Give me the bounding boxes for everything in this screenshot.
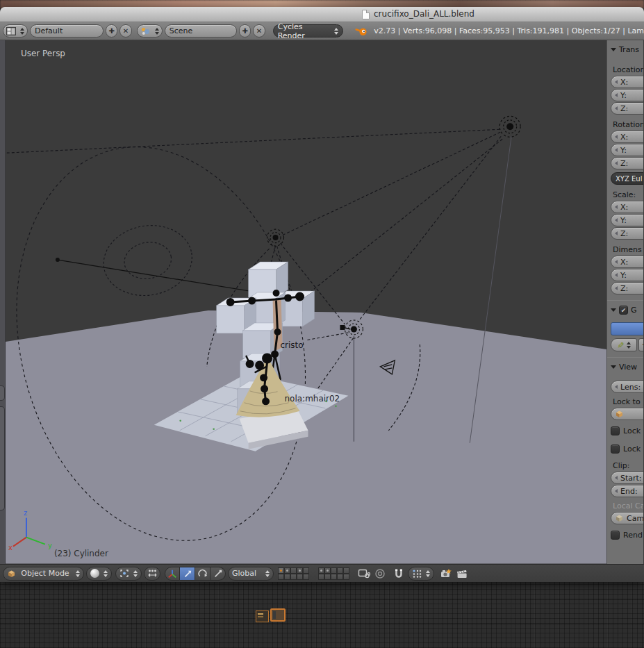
scene-lock-button[interactable] [357,567,371,581]
scale-manipulator-button[interactable] [210,567,226,581]
lock-cursor-row[interactable]: Lock [611,445,643,454]
layer-cell[interactable] [284,574,290,580]
local-camera-selector[interactable]: Cam [611,512,643,524]
layer-cell[interactable] [337,574,343,580]
decrement-arrow-icon[interactable] [615,260,618,264]
decrement-arrow-icon[interactable] [615,80,618,84]
lens-field[interactable]: Lens: [611,381,643,393]
add-layout-button[interactable]: ✚ [106,24,117,38]
manipulate-center-points-toggle[interactable] [144,567,160,581]
scale-y-field[interactable]: Y: [611,214,643,226]
decrement-arrow-icon[interactable] [615,148,618,152]
mode-dropdown[interactable]: Object Mode [3,567,84,581]
layers-group-2[interactable] [318,567,349,580]
layer-cell[interactable] [303,567,309,574]
layer-cell[interactable] [303,574,309,580]
layer-cell[interactable] [278,574,284,580]
render-engine-dropdown[interactable]: Cycles Render [273,24,343,38]
grease-pencil-checkbox[interactable] [619,306,628,315]
decrement-arrow-icon[interactable] [615,231,618,235]
decrement-arrow-icon[interactable] [615,135,618,139]
view-panel-header[interactable]: View [611,362,643,372]
grease-pencil-active-button[interactable]: S [611,322,643,335]
dimensions-z-field[interactable]: Z: [611,282,643,294]
add-scene-button[interactable]: ✚ [239,24,251,38]
opengl-render-button[interactable] [439,567,453,581]
lamp-middle[interactable] [267,229,284,246]
layer-cell[interactable] [324,567,331,574]
rotate-manipulator-button[interactable] [195,567,210,581]
desktop-thumbnail-icon[interactable] [256,610,269,622]
layers-group-1[interactable] [278,567,309,580]
decrement-arrow-icon[interactable] [615,205,618,209]
lamp-orbit-ellipse-mid[interactable] [98,219,197,303]
track-endpoint[interactable] [56,258,60,262]
layer-cell[interactable] [337,567,343,574]
grease-pencil-panel-header[interactable]: G [611,305,643,315]
decrement-arrow-icon[interactable] [615,385,618,389]
lock-checkbox[interactable] [611,426,620,435]
dimensions-x-field[interactable]: X: [611,256,643,268]
decrement-arrow-icon[interactable] [615,286,618,290]
layer-cell[interactable] [290,567,297,574]
orientation-dropdown[interactable]: Global [228,567,274,581]
lock-camera-row[interactable]: Lock [611,426,643,435]
new-datablock-button[interactable]: ✚ [638,338,643,351]
rotation-x-field[interactable]: X: [611,131,643,143]
lamp-orbit-ellipse-small[interactable] [122,239,174,283]
clip-start-field[interactable]: Start: [611,472,643,484]
desktop-thumbnail-icon-2[interactable] [270,608,286,622]
layer-cell[interactable] [343,567,349,574]
scene-selector[interactable] [137,24,163,38]
layer-cell[interactable] [284,567,290,574]
pivot-point-dropdown[interactable] [115,567,142,581]
layer-cell[interactable] [343,574,349,580]
layer-cell[interactable] [297,567,303,574]
translate-manipulator-button[interactable] [180,567,195,581]
screen-layout-field[interactable]: Default [30,24,104,38]
decrement-arrow-icon[interactable] [615,476,618,480]
rotation-z-field[interactable]: Z: [611,157,643,169]
layer-cell[interactable] [318,567,324,574]
transform-panel-header[interactable]: Trans [611,44,643,55]
window-titlebar[interactable]: crucifixo_Dali_ALL.blend [0,7,644,22]
close-scene-button[interactable]: ✕ [253,24,265,38]
clip-end-field[interactable]: End: [611,485,643,497]
location-x-field[interactable]: X: [611,76,643,88]
decrement-arrow-icon[interactable] [615,489,618,493]
render-border-checkbox[interactable] [611,531,620,540]
opengl-render-animation-button[interactable] [455,567,469,581]
snap-element-dropdown[interactable] [408,567,434,581]
decrement-arrow-icon[interactable] [615,218,618,222]
lock-object-selector[interactable] [611,408,643,420]
lamp-top-right[interactable] [499,116,520,137]
location-y-field[interactable]: Y: [611,89,643,101]
render-border-row[interactable]: Rend [611,531,643,540]
editor-type-selector[interactable] [3,24,28,38]
scale-x-field[interactable]: X: [611,201,643,213]
rotation-mode-dropdown[interactable]: XYZ Eul [611,172,643,185]
proportional-editing-button[interactable] [373,567,387,581]
3d-viewport[interactable]: cristo nola:mhair02 User Persp z x y (23… [6,40,606,564]
scale-z-field[interactable]: Z: [611,227,643,240]
decrement-arrow-icon[interactable] [615,161,618,165]
grease-pencil-datablock-selector[interactable]: ✎ [611,338,637,351]
layer-cell[interactable] [331,574,337,580]
layer-cell[interactable] [318,574,324,580]
layer-cell[interactable] [278,567,284,574]
layer-cell[interactable] [331,567,337,574]
dimensions-y-field[interactable]: Y: [611,269,643,281]
shading-dropdown[interactable] [86,567,112,581]
decrement-arrow-icon[interactable] [615,93,618,97]
rotation-y-field[interactable]: Y: [611,144,643,156]
lock-checkbox[interactable] [611,445,620,454]
manipulator-toggle-button[interactable] [165,567,180,581]
scene-field[interactable]: Scene [165,24,237,38]
close-layout-button[interactable]: ✕ [119,24,131,38]
snap-toggle-button[interactable] [392,567,406,581]
layer-cell[interactable] [290,574,297,580]
layer-cell[interactable] [297,574,303,580]
toolshelf-expand-tab-2[interactable] [0,406,5,510]
decrement-arrow-icon[interactable] [615,273,618,277]
toolshelf-expand-tab[interactable] [0,385,5,401]
